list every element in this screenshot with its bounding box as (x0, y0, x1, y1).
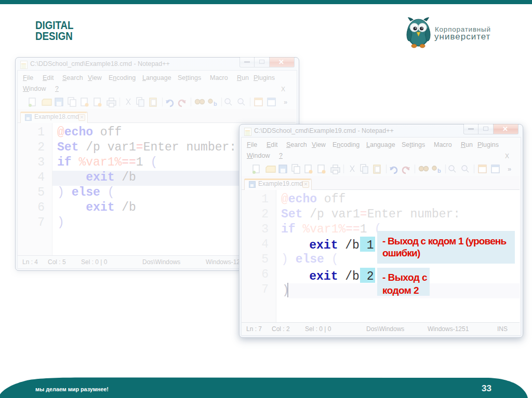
svg-text:»: » (284, 98, 287, 106)
svg-text:b: b (214, 101, 217, 107)
